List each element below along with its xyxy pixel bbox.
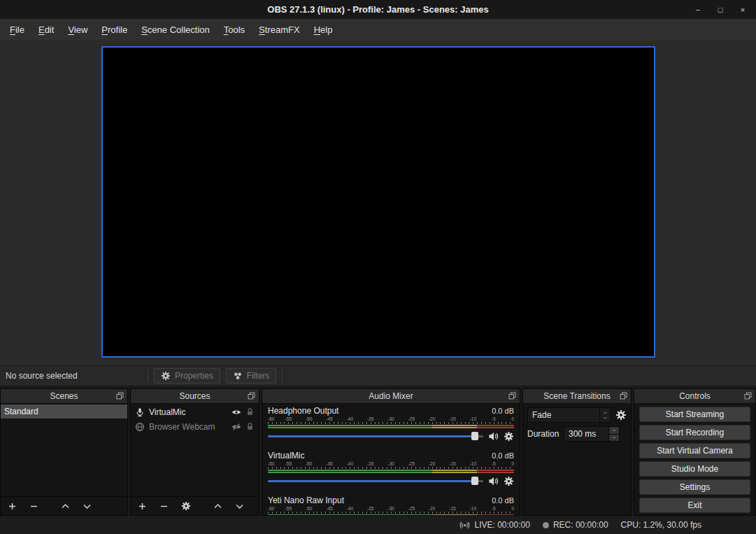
live-time: LIVE: 00:00:00 [474, 520, 529, 530]
studio-mode-button[interactable]: Studio Mode [639, 461, 750, 477]
start-recording-button[interactable]: Start Recording [639, 425, 750, 440]
lock-icon[interactable] [245, 422, 255, 431]
rec-status: REC: 00:00:00 [543, 520, 608, 530]
gear-icon[interactable] [615, 409, 627, 421]
start-virtual-camera-button[interactable]: Start Virtual Camera [639, 443, 750, 458]
source-toolbar: No source selected Properties Filters [0, 365, 756, 386]
meter-tick: -5 [492, 416, 496, 421]
toolbar-separator [282, 370, 283, 382]
add-icon[interactable] [8, 502, 17, 511]
popout-icon[interactable] [115, 391, 124, 400]
remove-icon[interactable] [29, 502, 38, 511]
meter-tick: -30 [387, 416, 394, 421]
transition-select[interactable]: Fade [527, 407, 611, 423]
eye-slash-icon[interactable] [231, 422, 241, 432]
meter-tick-marks [268, 512, 514, 514]
volume-meter-left [268, 425, 514, 426]
meter-scale: -60 -55 -50 -45 -40 -35 -30 -25 -20 -15 … [268, 416, 514, 422]
meter-tick: -35 [367, 416, 373, 421]
popout-icon[interactable] [247, 391, 256, 400]
audio-mixer-dock-body: Headphone Output 0.0 dB -60 -55 -50 -45 … [262, 404, 520, 515]
filters-icon [233, 371, 243, 381]
exit-button[interactable]: Exit [639, 498, 750, 513]
meter-tick: -50 [306, 416, 312, 421]
menu-streamfx[interactable]: StreamFX [252, 19, 307, 41]
lock-icon[interactable] [245, 407, 255, 416]
menu-tools[interactable]: Tools [217, 19, 252, 41]
duration-value: 300 ms [564, 427, 608, 441]
popout-icon[interactable] [743, 391, 753, 400]
mixer-channel: VirtualMic 0.0 dB -60 -55 -50 -45 -40 -3… [268, 450, 514, 487]
move-down-icon[interactable] [83, 502, 92, 511]
volume-slider-handle[interactable] [471, 477, 478, 485]
meter-tick: -60 [268, 461, 274, 466]
speaker-icon[interactable] [488, 431, 499, 442]
meter-tick: -50 [306, 506, 312, 511]
volume-slider-track [268, 480, 483, 482]
gear-icon[interactable] [181, 501, 191, 511]
controls-dock-header: Controls [634, 389, 755, 404]
add-icon[interactable] [138, 502, 147, 511]
gear-icon[interactable] [504, 431, 514, 442]
scene-list-item-selected[interactable]: Standard [1, 405, 127, 419]
menu-profile[interactable]: Profile [94, 19, 134, 41]
meter-tick: -45 [326, 461, 332, 466]
transition-select-value: Fade [528, 410, 599, 420]
mixer-channel-level: 0.0 dB [492, 496, 514, 505]
filters-button[interactable]: Filters [226, 368, 277, 384]
rec-dot-icon [543, 522, 549, 528]
duration-spinbox[interactable]: 300 ms [564, 426, 620, 442]
meter-tick: -25 [408, 506, 415, 511]
combo-arrows-icon[interactable] [599, 408, 611, 422]
meter-tick: -30 [387, 461, 394, 466]
properties-button[interactable]: Properties [154, 368, 220, 384]
menu-view[interactable]: View [61, 19, 94, 41]
meter-scale: -60 -55 -50 -45 -40 -35 -30 -25 -20 -15 … [268, 506, 514, 512]
move-up-icon[interactable] [213, 502, 222, 511]
meter-tick-marks [268, 422, 514, 424]
move-down-icon[interactable] [235, 502, 244, 511]
remove-icon[interactable] [159, 502, 169, 511]
chevron-up-icon [611, 428, 617, 433]
scenes-dock-header: Scenes [1, 389, 127, 404]
settings-button[interactable]: Settings [639, 479, 750, 495]
menu-scene-collection[interactable]: Scene Collection [134, 19, 217, 41]
meter-tick: -55 [285, 416, 292, 421]
source-list-item[interactable]: Browser Webcam [131, 419, 259, 434]
sources-dock-title: Sources [179, 391, 210, 401]
chevron-up-icon [602, 411, 608, 415]
spin-up-button[interactable] [609, 427, 619, 435]
minimize-icon[interactable]: − [693, 6, 703, 14]
mic-icon [135, 407, 145, 417]
popout-icon[interactable] [508, 391, 517, 400]
meter-tick: -20 [429, 416, 435, 421]
volume-slider[interactable] [268, 431, 483, 441]
meter-tick: -55 [285, 506, 292, 511]
eye-icon[interactable] [231, 407, 241, 417]
volume-slider[interactable] [268, 476, 483, 486]
volume-slider-handle[interactable] [471, 432, 478, 440]
popout-icon[interactable] [619, 391, 628, 400]
mixer-channel-name: VirtualMic [268, 451, 304, 461]
duration-label: Duration [527, 429, 559, 439]
menu-file[interactable]: File [3, 19, 31, 41]
audio-mixer-dock-title: Audio Mixer [369, 391, 413, 401]
gear-icon[interactable] [504, 476, 514, 486]
sources-dock: Sources VirtualMic Browser Webcam [130, 388, 259, 516]
spin-down-button[interactable] [609, 435, 619, 442]
move-up-icon[interactable] [61, 502, 70, 511]
menu-help[interactable]: Help [307, 19, 340, 41]
maximize-icon[interactable]: □ [715, 6, 725, 14]
controls-dock-title: Controls [679, 391, 711, 401]
source-name: VirtualMic [149, 407, 227, 417]
menu-edit[interactable]: Edit [31, 19, 61, 41]
meter-tick: -20 [429, 506, 435, 511]
start-streaming-button[interactable]: Start Streaming [639, 407, 750, 422]
meter-tick: -60 [268, 416, 274, 421]
preview-canvas[interactable] [101, 46, 655, 358]
close-icon[interactable]: × [738, 6, 748, 14]
meter-tick: -10 [470, 461, 476, 466]
speaker-icon[interactable] [488, 476, 499, 486]
volume-meter-left [268, 470, 514, 471]
source-list-item[interactable]: VirtualMic [131, 405, 259, 419]
